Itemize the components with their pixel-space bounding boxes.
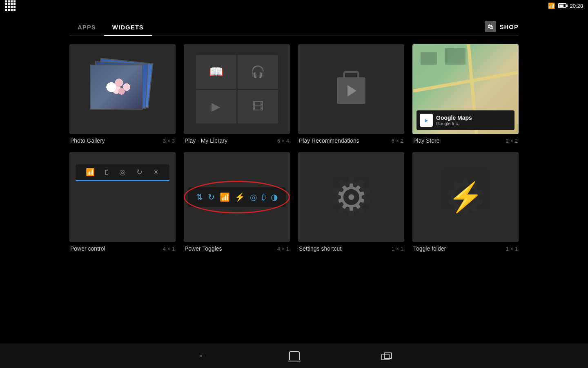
shop-icon: 🛍 xyxy=(485,21,496,32)
widget-thumb-settings-shortcut: ⚙ ⚙ xyxy=(298,152,404,242)
back-button[interactable]: ← xyxy=(198,350,207,361)
widget-item-play-store[interactable]: ▶ Google Maps Google Inc. Play Store 2 ×… xyxy=(412,44,519,144)
brightness-toggle-icon: ☀ xyxy=(153,168,159,177)
widget-label-power-toggles: Power Toggles 4 × 1 xyxy=(184,245,290,252)
grid-icon xyxy=(5,0,16,11)
widget-item-toggle-folder[interactable]: ⚙ ⚡ Toggle folder 1 × 1 xyxy=(412,152,519,252)
widget-thumb-play-my-library: 📖 🎧 ▶ 🎞 xyxy=(184,44,290,134)
widget-thumb-photo-gallery xyxy=(69,44,176,134)
widget-thumb-play-store: ▶ Google Maps Google Inc. xyxy=(412,44,519,134)
tab-bar: APPS WIDGETS 🛍 SHOP xyxy=(69,11,519,36)
status-bar: 📶 20:28 xyxy=(539,0,588,11)
wifi-icon: 📶 xyxy=(548,2,555,9)
time-display: 20:28 xyxy=(570,3,583,9)
toggle-mobile-data-icon: ⇅ xyxy=(196,192,203,202)
google-maps-logo: ▶ xyxy=(420,114,433,127)
widget-thumb-power-toggles: ⇅ ↻ 📶 ⚡ ◎ ₿ ◑ xyxy=(184,152,290,242)
toggle-flash-icon: ⚡ xyxy=(235,192,245,202)
home-button[interactable] xyxy=(289,351,300,360)
gear-main-icon: ⚙ xyxy=(335,176,368,219)
widget-label-play-my-library: Play - My Library 6 × 4 xyxy=(184,137,290,144)
widget-item-photo-gallery[interactable]: Photo Gallery 3 × 3 xyxy=(69,44,176,144)
widget-thumb-play-recommendations xyxy=(298,44,404,134)
tab-widgets[interactable]: WIDGETS xyxy=(104,24,152,36)
lib-cell-film: 🎞 xyxy=(238,90,278,123)
lib-cell-headphone: 🎧 xyxy=(238,55,278,89)
widget-label-play-store: Play Store 2 × 2 xyxy=(412,137,519,144)
toggle-gps-icon: ◎ xyxy=(250,192,257,202)
widget-item-play-recommendations[interactable]: Play Recommendations 6 × 2 xyxy=(298,44,404,144)
toggle-wifi-icon: 📶 xyxy=(220,192,230,202)
widget-label-settings-shortcut: Settings shortcut 1 × 1 xyxy=(298,245,404,252)
shop-button[interactable]: 🛍 SHOP xyxy=(485,21,519,32)
widget-label-play-recommendations: Play Recommendations 6 × 2 xyxy=(298,137,404,144)
widget-item-power-toggles[interactable]: ⇅ ↻ 📶 ⚡ ◎ ₿ ◑ Power Toggles 4 × 1 xyxy=(184,152,290,252)
widget-label-power-control: Power control 4 × 1 xyxy=(69,245,176,252)
widget-grid: Photo Gallery 3 × 3 📖 🎧 ▶ 🎞 Play - My Li… xyxy=(69,36,519,260)
tab-apps[interactable]: APPS xyxy=(69,24,104,36)
widget-item-settings-shortcut[interactable]: ⚙ ⚙ Settings shortcut 1 × 1 xyxy=(298,152,404,252)
bottom-nav: ← xyxy=(0,343,588,368)
widget-item-power-control[interactable]: 📶 ₿ ◎ ↻ ☀ Power control 4 × 1 xyxy=(69,152,176,252)
toggle-sync-icon: ↻ xyxy=(208,192,215,202)
widget-thumb-toggle-folder: ⚙ ⚡ xyxy=(412,152,519,242)
sync-toggle-icon: ↻ xyxy=(136,168,143,177)
lib-cell-book: 📖 xyxy=(196,55,236,89)
battery-icon xyxy=(558,3,566,8)
main-content: APPS WIDGETS 🛍 SHOP Photo Galle xyxy=(0,11,588,343)
toggle-folder-main-icon: ⚡ xyxy=(448,180,483,214)
notification-area xyxy=(0,0,16,11)
widget-label-photo-gallery: Photo Gallery 3 × 3 xyxy=(69,137,176,144)
recents-button[interactable] xyxy=(381,352,390,359)
bluetooth-toggle-icon: ₿ xyxy=(105,168,109,177)
widget-item-play-my-library[interactable]: 📖 🎧 ▶ 🎞 Play - My Library 6 × 4 xyxy=(184,44,290,144)
widget-label-toggle-folder: Toggle folder 1 × 1 xyxy=(412,245,519,252)
lib-cell-play: ▶ xyxy=(196,90,236,123)
location-toggle-icon: ◎ xyxy=(119,168,126,177)
toggle-bluetooth-icon: ₿ xyxy=(262,193,266,202)
wifi-toggle-icon: 📶 xyxy=(86,168,95,177)
toggle-brightness-icon: ◑ xyxy=(271,192,278,202)
widget-thumb-power-control: 📶 ₿ ◎ ↻ ☀ xyxy=(69,152,176,242)
